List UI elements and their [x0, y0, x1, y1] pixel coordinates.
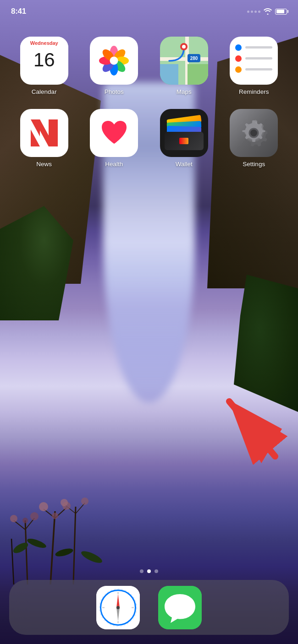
health-heart-icon [98, 117, 130, 149]
maps-map-icon: 280 [160, 37, 208, 85]
calendar-label: Calendar [32, 88, 57, 95]
maps-label: Maps [177, 88, 192, 95]
app-item-wallet[interactable]: Wallet [154, 109, 214, 168]
page-dots [0, 569, 298, 573]
wallet-card-logo [179, 138, 188, 144]
signal-dots [247, 11, 260, 13]
status-icons [247, 8, 287, 15]
news-label: News [36, 161, 52, 168]
svg-point-10 [10, 515, 17, 522]
reminder-line-3 [235, 66, 272, 73]
svg-point-38 [182, 45, 186, 49]
dock [9, 580, 289, 635]
messages-bubble-icon [158, 586, 202, 629]
app-item-photos[interactable]: Photos [84, 37, 144, 95]
svg-line-1 [50, 511, 55, 584]
signal-dot-4 [258, 11, 260, 13]
svg-point-16 [61, 499, 68, 506]
reminder-text-1 [245, 46, 272, 49]
app-row-1: Wednesday 16 Calendar [9, 37, 289, 95]
wallet-icon[interactable] [160, 109, 208, 157]
reminder-dot-blue [235, 44, 242, 51]
wallet-main-card [165, 132, 204, 150]
news-icon[interactable] [20, 109, 68, 157]
page-dot-1 [140, 569, 143, 573]
wallet-label: Wallet [176, 161, 193, 168]
svg-point-12 [22, 518, 28, 523]
reminders-content [230, 41, 278, 81]
svg-text:280: 280 [190, 56, 198, 61]
svg-line-9 [76, 503, 85, 514]
photos-flower-icon [97, 43, 131, 78]
app-item-calendar[interactable]: Wednesday 16 Calendar [14, 37, 74, 95]
health-label: Health [105, 161, 123, 168]
svg-point-15 [52, 513, 58, 519]
calendar-date: 16 [33, 50, 55, 70]
svg-point-60 [116, 606, 120, 609]
battery-icon [275, 9, 287, 15]
app-item-health[interactable]: Health [84, 109, 144, 168]
svg-line-0 [25, 520, 28, 584]
wallet-content [160, 109, 208, 157]
signal-dot-3 [254, 11, 257, 13]
calendar-day-name: Wednesday [30, 40, 58, 46]
svg-point-48 [250, 130, 257, 136]
svg-point-20 [55, 547, 74, 558]
svg-rect-33 [160, 57, 208, 61]
reminder-text-3 [245, 68, 272, 70]
calendar-icon[interactable]: Wednesday 16 [20, 37, 68, 85]
settings-icon[interactable] [230, 109, 278, 157]
photos-icon[interactable] [90, 37, 138, 85]
app-item-settings[interactable]: Settings [224, 109, 284, 168]
page-dot-3 [155, 569, 158, 573]
signal-dot-1 [247, 11, 249, 13]
svg-line-3 [11, 539, 14, 584]
page-dot-2 [147, 569, 151, 573]
app-item-reminders[interactable]: Reminders [224, 37, 284, 95]
arrow-indicator [202, 374, 293, 465]
status-bar: 8:41 [0, 0, 298, 23]
reminders-label: Reminders [239, 88, 269, 95]
maps-icon[interactable]: 280 [160, 37, 208, 85]
app-item-news[interactable]: News [14, 109, 74, 168]
svg-point-17 [81, 498, 88, 505]
reminder-line-1 [235, 44, 272, 51]
calendar-header: Wednesday [20, 37, 68, 49]
dock-item-safari[interactable] [96, 586, 140, 629]
signal-dot-2 [251, 11, 253, 13]
settings-label: Settings [243, 161, 265, 168]
reminder-dot-orange [235, 66, 242, 73]
health-icon[interactable] [90, 109, 138, 157]
reminder-text-2 [245, 57, 272, 60]
svg-point-21 [80, 549, 104, 565]
safari-icon[interactable] [96, 586, 140, 629]
photos-label: Photos [105, 88, 124, 95]
settings-gear-icon [239, 118, 269, 148]
reminders-icon[interactable] [230, 37, 278, 85]
svg-point-19 [26, 537, 47, 550]
wifi-icon [264, 8, 272, 15]
svg-point-11 [30, 512, 39, 520]
svg-point-13 [39, 502, 48, 511]
app-grid: Wednesday 16 Calendar [0, 37, 298, 181]
battery-fill [276, 10, 285, 13]
svg-point-30 [110, 57, 118, 65]
messages-icon[interactable] [158, 586, 202, 629]
reminder-line-2 [235, 55, 272, 62]
app-item-maps[interactable]: 280 Maps [154, 37, 214, 95]
dock-item-messages[interactable] [158, 586, 202, 629]
safari-compass-icon [96, 586, 140, 629]
status-time: 8:41 [11, 7, 26, 16]
svg-rect-35 [160, 64, 178, 85]
svg-rect-36 [188, 64, 208, 85]
app-row-2: News Health [9, 109, 289, 168]
news-n-icon [27, 116, 61, 150]
reminder-dot-red [235, 55, 242, 62]
